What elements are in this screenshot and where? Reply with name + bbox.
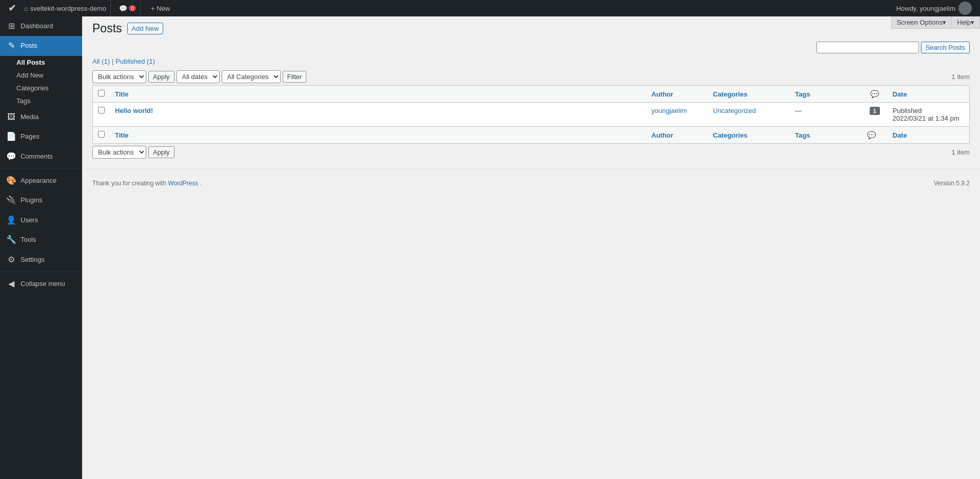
sidebar-subitem-tags[interactable]: Tags [0,94,82,107]
apply-button-bottom[interactable]: Apply [148,146,174,158]
col-check-header [93,86,110,103]
search-input[interactable] [816,42,919,53]
apply-button-top[interactable]: Apply [148,71,174,83]
filter-links: All (1) | Published (1) [92,58,970,65]
wp-logo[interactable]: ✔ [4,0,20,16]
help-button[interactable]: Help ▾ [951,16,980,29]
item-count-bottom: 1 item [952,148,970,156]
wp-logo-icon: ✔ [8,3,16,14]
howdy-menu[interactable]: Howdy, youngjaelim [892,0,976,16]
row-date-cell: Published 2022/03/21 at 1:34 pm [888,103,970,127]
tablenav-bottom: Bulk actions Apply 1 item [92,146,970,159]
posts-table: Title Author Categories Tags 💬 [92,85,970,144]
post-tags-value: — [795,107,802,114]
search-posts-button[interactable]: Search Posts [921,42,970,53]
item-count-top: 1 item [952,73,970,81]
site-home-icon: ⌂ [24,5,28,12]
collapse-icon: ◀ [6,278,16,290]
user-avatar [958,2,972,15]
filter-button[interactable]: Filter [283,71,307,83]
col-author-header: Author [646,86,708,103]
sidebar-item-appearance[interactable]: 🎨 Appearance [0,171,82,190]
sidebar-item-media[interactable]: 🖼 Media [0,107,82,127]
search-row: Search Posts [92,42,970,53]
adminbar-new[interactable]: + New [145,0,174,16]
col-categories-header: Categories [708,86,790,103]
post-title-link[interactable]: Hello world! [115,107,153,114]
howdy-text: Howdy, youngjaelim [896,5,955,12]
select-all-checkbox[interactable] [98,90,105,97]
sidebar-item-collapse[interactable]: ◀ Collapse menu [0,274,82,294]
adminbar-comments[interactable]: 💬 0 [115,0,141,16]
all-posts-label: All Posts [16,59,45,66]
date-filter-select[interactable]: All dates [177,70,220,83]
sidebar-item-posts[interactable]: ✎ Posts [0,36,82,55]
post-comments-link[interactable]: 1 [870,107,880,114]
col-check-footer [93,127,110,144]
row-author-cell: youngjaelim [646,103,708,127]
add-new-label: Add New [16,71,44,79]
post-category-link[interactable]: Uncategorized [713,107,756,114]
posts-icon: ✎ [6,40,16,51]
sidebar-item-settings[interactable]: ⚙ Settings [0,250,82,270]
col-tags-footer: Tags [790,127,862,144]
sidebar-divider-1 [0,168,82,169]
footer-version: Version 5.9.2 [934,180,970,187]
sidebar-item-tools[interactable]: 🔧 Tools [0,230,82,250]
row-checkbox-cell [93,103,110,127]
post-date-status: Published [893,107,965,114]
page-title: Posts [92,22,122,35]
appearance-icon: 🎨 [6,175,16,186]
site-name[interactable]: ⌂ sveltekit-wordpress-demo [20,0,111,16]
category-filter-select[interactable]: All Categories [222,70,281,83]
help-label: Help [957,18,971,26]
sidebar-subitem-categories[interactable]: Categories [0,82,82,94]
row-checkbox[interactable] [98,107,105,113]
tools-icon: 🔧 [6,234,16,245]
bulk-actions-select-bottom[interactable]: Bulk actions [92,146,146,159]
sidebar-item-plugins[interactable]: 🔌 Plugins [0,190,82,210]
wordpress-link[interactable]: WordPress [168,180,198,187]
sidebar-label-users: Users [21,216,38,225]
sidebar-label-settings: Settings [21,255,45,264]
filter-all-link[interactable]: All (1) [92,58,110,65]
top-controls: Screen Options ▾ Help ▾ [891,16,980,29]
sidebar-item-users[interactable]: 👤 Users [0,210,82,230]
dashboard-icon: ⊞ [6,21,16,32]
sidebar-item-dashboard[interactable]: ⊞ Dashboard [0,16,82,36]
post-author-link[interactable]: youngjaelim [652,107,687,114]
bulk-actions-select-top[interactable]: Bulk actions [92,70,146,83]
posts-submenu: All Posts Add New Categories Tags [0,56,82,107]
tablenav-bottom-right: 1 item [952,148,970,156]
sidebar-subitem-all-posts[interactable]: All Posts [0,56,82,69]
col-comments-footer: 💬 [862,127,888,144]
col-date-footer[interactable]: Date [888,127,970,144]
comment-count-badge: 0 [129,5,136,11]
add-new-button[interactable]: Add New [127,23,164,34]
comments-column-icon: 💬 [870,90,879,98]
sidebar-label-dashboard: Dashboard [21,22,53,31]
sidebar-label-comments: Comments [21,152,53,161]
users-icon: 👤 [6,215,16,226]
row-title-cell: Hello world! [110,103,646,127]
pages-icon: 📄 [6,131,16,142]
col-title-footer[interactable]: Title [110,127,646,144]
col-title-header[interactable]: Title [110,86,646,103]
table-footer-row: Title Author Categories Tags 💬 [93,127,970,144]
comment-count-badge: 1 [870,107,880,115]
col-date-header[interactable]: Date [888,86,970,103]
sidebar-item-comments[interactable]: 💬 Comments [0,147,82,166]
sidebar-label-tools: Tools [21,235,36,244]
content-area: Posts Add New Search Posts All (1) | Pub… [82,16,980,169]
sidebar-label-posts: Posts [21,41,37,50]
sidebar-item-pages[interactable]: 📄 Pages [0,127,82,146]
screen-options-chevron-icon: ▾ [943,18,946,26]
table-header-row: Title Author Categories Tags 💬 [93,86,970,103]
table-row: Hello world! youngjaelim Uncategorized — [93,103,970,127]
select-all-footer-checkbox[interactable] [98,131,105,138]
sidebar-subitem-add-new[interactable]: Add New [0,69,82,82]
screen-options-button[interactable]: Screen Options ▾ [891,16,952,29]
filter-published-link[interactable]: Published (1) [115,58,155,65]
page-header: Posts Add New [92,22,970,35]
sidebar-label-plugins: Plugins [21,196,43,205]
